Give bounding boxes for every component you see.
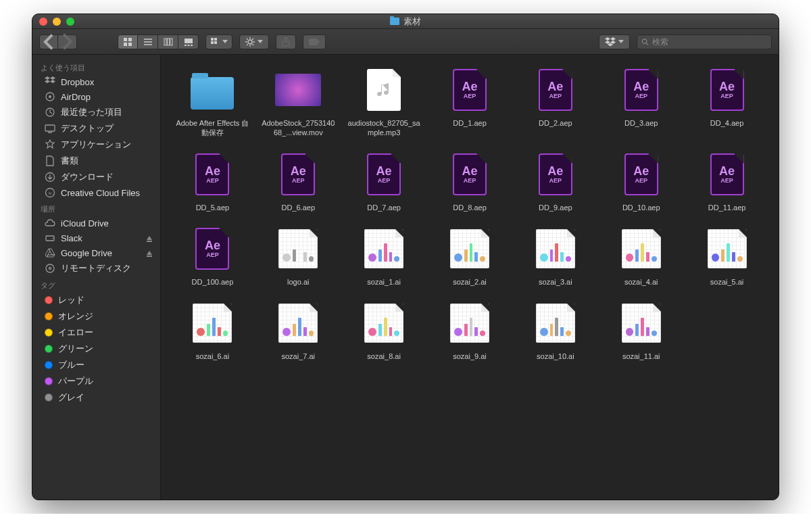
titlebar[interactable]: 素材 bbox=[32, 14, 779, 29]
sidebar-item-label: Dropbox bbox=[61, 77, 94, 87]
sidebar-tag[interactable]: パープル bbox=[32, 373, 160, 389]
file-name: DD_10.aep bbox=[622, 203, 660, 212]
apps-icon bbox=[45, 139, 55, 150]
file-item[interactable]: AeAEPDD_4.aep bbox=[689, 66, 765, 138]
ai-icon bbox=[278, 229, 318, 268]
list-view-button[interactable] bbox=[138, 34, 158, 49]
svg-rect-8 bbox=[167, 39, 169, 45]
sidebar-item-recent[interactable]: 最近使った項目 bbox=[32, 104, 160, 120]
tag-dot-icon bbox=[45, 377, 53, 385]
sidebar-item-docs[interactable]: 書類 bbox=[32, 153, 160, 169]
sidebar-item-icloud[interactable]: iCloud Drive bbox=[32, 216, 160, 231]
file-browser[interactable]: Adobe After Effects 自動保存AdobeStock_27531… bbox=[161, 55, 779, 500]
eject-icon[interactable] bbox=[147, 236, 152, 240]
sidebar-item-label: アプリケーション bbox=[61, 139, 131, 151]
svg-line-26 bbox=[252, 39, 253, 40]
file-item[interactable]: sozai_11.ai bbox=[603, 299, 679, 361]
file-item[interactable]: Adobe After Effects 自動保存 bbox=[174, 66, 251, 138]
sidebar-tag[interactable]: グレイ bbox=[32, 389, 160, 406]
svg-rect-33 bbox=[45, 125, 55, 131]
sidebar-item-apps[interactable]: アプリケーション bbox=[32, 137, 160, 153]
file-item[interactable]: sozai_7.ai bbox=[260, 299, 337, 361]
file-item[interactable]: sozai_2.ai bbox=[432, 224, 508, 287]
ai-icon bbox=[364, 304, 403, 343]
file-name: sozai_10.ai bbox=[537, 352, 574, 361]
sidebar-item-disc[interactable]: リモートディスク bbox=[32, 260, 160, 276]
sidebar-item-gdrive[interactable]: Google Drive bbox=[32, 245, 160, 260]
svg-text:∞: ∞ bbox=[49, 191, 52, 195]
svg-rect-12 bbox=[187, 45, 189, 46]
sidebar-item-airdrop[interactable]: AirDrop bbox=[32, 89, 160, 104]
column-view-button[interactable] bbox=[158, 34, 178, 49]
file-item[interactable]: AeAEPDD_7.aep bbox=[346, 150, 422, 212]
icon-view-button[interactable] bbox=[118, 34, 138, 49]
sidebar-tag[interactable]: オレンジ bbox=[32, 308, 160, 324]
eject-icon[interactable] bbox=[147, 251, 152, 255]
search-input[interactable] bbox=[652, 37, 767, 47]
group-by-button[interactable] bbox=[205, 34, 232, 49]
aep-icon: AeAEP bbox=[453, 69, 487, 111]
sidebar-tag[interactable]: グリーン bbox=[32, 341, 160, 357]
tag-dot-icon bbox=[45, 393, 53, 402]
window-controls bbox=[39, 18, 74, 26]
file-item[interactable]: logo.ai bbox=[260, 224, 337, 287]
file-item[interactable]: sozai_10.ai bbox=[517, 299, 593, 361]
sidebar-tag[interactable]: イエロー bbox=[32, 324, 160, 341]
tag-dot-icon bbox=[45, 329, 53, 337]
file-item[interactable]: AeAEPDD_5.aep bbox=[174, 150, 251, 212]
search-field[interactable] bbox=[637, 34, 772, 49]
tags-button[interactable] bbox=[303, 34, 326, 49]
file-item[interactable]: sozai_8.ai bbox=[346, 299, 422, 361]
sidebar-tag[interactable]: レッド bbox=[32, 292, 160, 308]
sidebar-item-label: パープル bbox=[58, 375, 93, 387]
file-item[interactable]: sozai_4.ai bbox=[603, 224, 679, 287]
dropbox-button[interactable] bbox=[599, 34, 630, 49]
share-button[interactable] bbox=[276, 34, 296, 49]
close-button[interactable] bbox=[39, 18, 47, 26]
toolbar bbox=[32, 29, 779, 55]
sidebar-header-tags: タグ bbox=[32, 276, 160, 292]
file-item[interactable]: sozai_9.ai bbox=[432, 299, 508, 361]
sidebar-item-disk[interactable]: Slack bbox=[32, 231, 160, 245]
file-item[interactable]: sozai_3.ai bbox=[517, 224, 593, 287]
file-item[interactable]: AeAEPDD_6.aep bbox=[260, 150, 337, 212]
file-item[interactable]: AeAEPDD_1.aep bbox=[432, 66, 508, 138]
downloads-icon bbox=[45, 172, 55, 183]
file-item[interactable]: AeAEPDD_3.aep bbox=[603, 66, 679, 138]
zoom-button[interactable] bbox=[66, 18, 74, 26]
sidebar-item-label: レッド bbox=[58, 294, 84, 306]
back-button[interactable] bbox=[39, 34, 58, 49]
sidebar-tag[interactable]: ブルー bbox=[32, 357, 160, 373]
svg-point-39 bbox=[52, 238, 53, 239]
file-name: DD_2.aep bbox=[539, 118, 572, 128]
file-item[interactable]: AeAEPDD_8.aep bbox=[432, 150, 508, 212]
file-item[interactable]: sozai_5.ai bbox=[689, 224, 765, 287]
audio-icon bbox=[367, 69, 401, 111]
sidebar-item-desktop[interactable]: デスクトップ bbox=[32, 120, 160, 137]
sidebar-header-favorites: よく使う項目 bbox=[32, 59, 160, 74]
sidebar-item-downloads[interactable]: ダウンロード bbox=[32, 169, 160, 185]
sidebar-item-label: リモートディスク bbox=[61, 262, 131, 274]
sidebar-item-label: 最近使った項目 bbox=[61, 106, 122, 118]
svg-line-25 bbox=[247, 44, 248, 45]
svg-rect-10 bbox=[185, 39, 193, 43]
file-item[interactable]: audiostock_82705_sample.mp3 bbox=[346, 66, 422, 138]
file-item[interactable]: AeAEPDD_10.aep bbox=[603, 150, 679, 212]
file-item[interactable]: AeAEPDD_9.aep bbox=[517, 150, 593, 212]
file-item[interactable]: sozai_1.ai bbox=[346, 224, 422, 287]
forward-button[interactable] bbox=[58, 34, 77, 49]
file-item[interactable]: sozai_6.ai bbox=[174, 299, 251, 361]
sidebar-item-label: 書類 bbox=[61, 155, 78, 167]
action-button[interactable] bbox=[239, 34, 269, 49]
file-item[interactable]: AeAEPDD_100.aep bbox=[174, 224, 251, 287]
file-name: DD_6.aep bbox=[282, 203, 316, 212]
gallery-view-button[interactable] bbox=[178, 34, 199, 49]
sidebar-item-cc[interactable]: ∞Creative Cloud Files bbox=[32, 185, 160, 200]
aep-icon: AeAEP bbox=[539, 153, 572, 195]
sidebar-item-dropbox[interactable]: Dropbox bbox=[32, 74, 160, 89]
minimize-button[interactable] bbox=[53, 18, 61, 26]
file-item[interactable]: AeAEPDD_11.aep bbox=[689, 150, 765, 212]
recent-icon bbox=[45, 107, 55, 118]
file-item[interactable]: AdobeStock_275314068_...view.mov bbox=[260, 66, 337, 138]
file-item[interactable]: AeAEPDD_2.aep bbox=[517, 66, 593, 138]
